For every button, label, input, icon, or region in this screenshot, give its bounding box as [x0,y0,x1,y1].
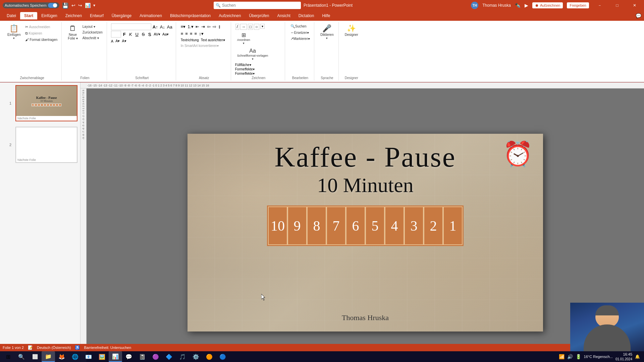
indent-less-icon[interactable]: ⇤ [195,23,200,30]
designer-button[interactable]: ✨ Designer [343,23,360,38]
strike-button[interactable]: S [141,31,146,38]
minimize-button[interactable]: － [593,0,606,11]
taskbar-app6[interactable]: 🔵 [216,351,229,362]
tab-bildschirm[interactable]: Bildschirmpräsentation [166,12,215,19]
align-center-icon[interactable]: ≡ [184,31,189,37]
ausschneiden-button[interactable]: ✂ Ausschneiden [24,24,59,30]
markieren-button[interactable]: ↗ Markieren▾ [289,36,311,42]
shape-more-icon[interactable]: ▾ [260,24,265,29]
einfuegen-button[interactable]: 📋 Einfügen ▾ [5,23,22,41]
format-uebertragen-button[interactable]: 🖌 Format übertragen [24,37,59,42]
shape-rect-icon[interactable]: □ [248,24,253,30]
slide-canvas[interactable]: Kaffee - Pause 10 Minuten 10 9 8 7 6 5 [87,88,644,362]
tab-animationen[interactable]: Animationen [136,12,166,19]
taskbar-app5[interactable]: 🟠 [203,351,216,362]
sound-icon[interactable]: 🔊 [567,354,573,359]
indent-more-icon[interactable]: ⇥ [201,23,206,30]
font-grow-icon[interactable]: A↑ [152,24,159,30]
text-direction-icon[interactable]: Textrichtung [180,38,200,43]
taskbar-powerpoint[interactable]: 📊 [109,351,122,362]
more-options-icon[interactable]: ▾ [93,3,95,8]
schnellformatvorlagen-button[interactable]: Aa Schnellformat-vorlagen ▾ [235,47,270,62]
tab-dictation[interactable]: Dictation [294,12,318,19]
slide-thumb-1[interactable]: Kaffee - Pause 10 Minuten 10 9 8 7 6 5 4… [15,85,77,121]
justify-icon[interactable]: ≡ [194,31,198,37]
present-icon[interactable]: ▶ [525,3,528,8]
record-button[interactable]: ⏺ Aufzeichnen [532,2,563,8]
align-right-icon[interactable]: ≡ [189,31,193,37]
comments-icon[interactable]: 💬 [636,13,641,18]
taskbar-taskview[interactable]: ⬜ [28,351,42,362]
shape-oval-icon[interactable]: ○ [254,24,259,30]
fuellung-icon[interactable]: Füllfläche▾ [235,63,255,67]
suchen-button[interactable]: 🔍 Suchen [289,23,311,29]
taskbar-onenote[interactable]: 📓 [136,351,149,362]
einfuegen-dropdown-icon[interactable]: ▾ [13,37,15,40]
font-name-box[interactable] [111,23,151,30]
kopieren-button[interactable]: ⧉ Kopieren [24,31,59,36]
slide-subtitle[interactable]: 10 Minuten [317,173,414,197]
list-bullet-icon[interactable]: ≡▾ [180,23,186,30]
shadow-button[interactable]: S [147,31,152,38]
tab-start[interactable]: Start [20,12,37,19]
case-button[interactable]: Aa▾ [162,32,169,37]
line-spacing-icon[interactable]: ↕▾ [198,31,204,37]
abschnitt-button[interactable]: Abschnitt ▾ [81,36,104,41]
taskbar-outlook[interactable]: 📧 [82,351,95,362]
slide-thumb-2[interactable]: Nächste Folie [15,127,77,163]
style-dropdown[interactable]: ▾ [252,57,254,61]
shape-arrow-icon[interactable]: → [240,24,247,30]
ink-icon[interactable]: ✒️ [515,3,521,8]
taskbar-teams[interactable]: 💬 [122,351,136,362]
underline-button[interactable]: U [134,31,140,38]
rtl-icon[interactable]: ⇦ [206,23,211,30]
network-icon[interactable]: 📶 [559,354,565,359]
font-color-icon[interactable]: A▾ [121,38,127,44]
italic-button[interactable]: K [128,31,133,38]
autosave-switch[interactable] [48,3,57,8]
taskbar-app3[interactable]: 🎵 [176,351,189,362]
font-size-box[interactable] [111,31,121,38]
bold-button[interactable]: F [122,31,127,38]
align-left-icon[interactable]: ≡ [180,31,184,37]
taskbar-app1[interactable]: 🟣 [149,351,162,362]
anordnen-button[interactable]: ⊞ Anordnen ▾ [235,31,252,46]
maximize-button[interactable]: □ [610,0,624,11]
slide-main[interactable]: Kaffee - Pause 10 Minuten 10 9 8 7 6 5 [187,134,543,331]
clock[interactable]: 16:45 01.01.2024 [615,352,632,361]
neue-folie-button[interactable]: 🗒 Neue Folie ▾ [66,23,79,42]
taskbar-firefox[interactable]: 🦊 [55,351,68,362]
tab-aufzeichnen[interactable]: Aufzeichnen [215,12,245,19]
font-shrink-icon[interactable]: A↓ [159,24,166,30]
tab-ansicht[interactable]: Ansicht [273,12,294,19]
tab-hilfe[interactable]: Hilfe [318,12,334,19]
smartart-icon[interactable]: In SmartArt konvertieren▾ [180,43,219,48]
anordnen-dropdown[interactable]: ▾ [243,42,245,45]
taskbar-chrome[interactable]: 🌐 [68,351,82,362]
diktieren-button[interactable]: 🎤 Diktieren ▾ [318,23,335,41]
char-spacing-icon[interactable]: AV▾ [153,32,161,37]
tab-uebergaenge[interactable]: Übergänge [108,12,136,19]
columns-icon[interactable]: ⫿ [218,23,221,30]
save-icon[interactable]: 💾 [62,2,69,9]
search-box[interactable]: 🔍 [214,2,301,9]
share-button[interactable]: Freigeben [567,2,589,8]
battery-icon[interactable]: 🔋 [576,354,581,359]
tab-ueberpruefen[interactable]: Überprüfen [245,12,273,19]
text-align-icon[interactable]: Text ausrichten▾ [200,38,226,43]
tab-zeichnen[interactable]: Zeichnen [61,12,86,19]
taskbar-paint[interactable]: 🖼️ [95,351,109,362]
notification-icon[interactable]: 🔔 [635,354,640,359]
kontur-icon[interactable]: Formeffekte▾ [235,67,255,71]
ersetzen-button[interactable]: ↔ Ersetzen▾ [289,30,311,35]
layout-button[interactable]: Layout ▾ [81,24,104,29]
weather-widget[interactable]: 16°C Regensch... [584,355,613,359]
list-number-icon[interactable]: 1.▾ [187,23,194,30]
diktieren-dropdown[interactable]: ▾ [326,37,328,40]
autosave-toggle[interactable]: Automatisches Speichern [3,2,59,8]
zuruecksetzen-button[interactable]: Zurücksetzen [81,30,104,35]
start-button[interactable]: ⊞ [1,351,15,362]
ltr-icon[interactable]: ⇨ [212,23,217,30]
taskbar-app2[interactable]: 🔷 [162,351,176,362]
tab-entwurf[interactable]: Entwurf [86,12,108,19]
